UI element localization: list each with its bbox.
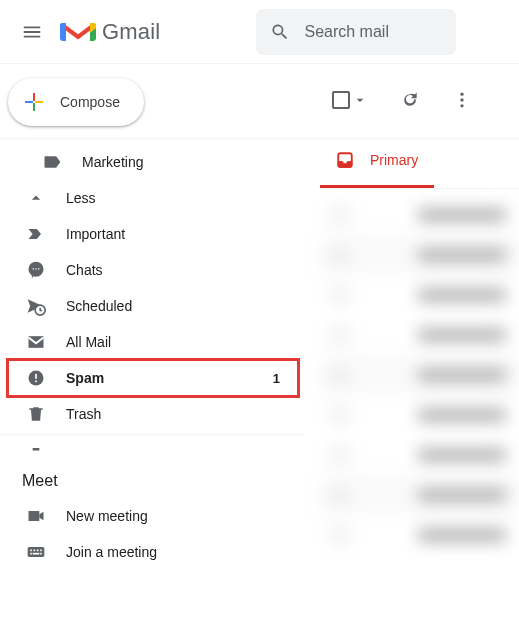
inbox-icon [336,151,354,169]
tab-primary[interactable]: Primary [320,134,434,188]
sidebar: Marketing Less Important Chats Scheduled… [0,144,304,570]
svg-rect-4 [35,381,37,383]
svg-rect-10 [40,550,42,552]
main-pane: Primary [320,76,519,555]
svg-rect-6 [28,547,45,557]
sidebar-item-spam[interactable]: Spam 1 [0,360,304,396]
scheduled-icon [26,296,46,316]
sidebar-item-label: Marketing [82,154,292,170]
sidebar-item-allmail[interactable]: All Mail [0,324,304,360]
sidebar-item-label: Scheduled [66,298,292,314]
sidebar-item-label: Trash [66,406,292,422]
video-icon [26,506,46,526]
svg-rect-9 [37,550,39,552]
menu-icon[interactable] [8,8,56,56]
svg-rect-13 [40,553,42,555]
compose-label: Compose [60,94,120,110]
important-icon [26,224,46,244]
sidebar-item-marketing[interactable]: Marketing [0,144,304,180]
trash-icon [26,404,46,424]
spam-icon [26,368,46,388]
search-box[interactable]: Search mail [256,9,456,55]
chevron-up-icon [26,188,46,208]
svg-rect-11 [30,553,32,555]
svg-rect-7 [30,550,32,552]
plus-icon [22,90,46,114]
sidebar-item-scheduled[interactable]: Scheduled [0,288,304,324]
compose-button[interactable]: Compose [8,78,144,126]
chevron-down-icon [352,92,368,108]
label-icon [42,152,62,172]
toolbar [320,76,519,124]
sidebar-item-label: Spam [66,370,273,386]
more-icon[interactable] [452,90,472,110]
tabs: Primary [320,134,519,189]
sidebar-item-truncated [0,434,304,458]
refresh-icon[interactable] [400,90,420,110]
svg-rect-12 [33,553,40,555]
search-placeholder: Search mail [304,23,388,41]
svg-point-14 [460,93,463,96]
sidebar-item-label: Important [66,226,292,242]
gmail-logo[interactable]: Gmail [60,18,160,46]
sidebar-item-label: Chats [66,262,292,278]
tab-label: Primary [370,152,418,168]
sidebar-item-trash[interactable]: Trash [0,396,304,432]
keyboard-icon [26,542,46,562]
sidebar-item-chats[interactable]: Chats [0,252,304,288]
svg-rect-3 [35,374,37,379]
select-all-checkbox[interactable] [332,91,368,109]
svg-point-16 [460,104,463,107]
svg-rect-8 [34,550,36,552]
svg-rect-5 [33,448,40,451]
mail-list-blurred [320,189,519,555]
header: Gmail Search mail [0,0,519,64]
meet-join-meeting[interactable]: Join a meeting [0,534,304,570]
sidebar-item-less[interactable]: Less [0,180,304,216]
meet-item-label: Join a meeting [66,544,292,560]
sidebar-item-label: All Mail [66,334,292,350]
svg-point-15 [460,98,463,101]
sidebar-item-count: 1 [273,371,292,386]
logo-text: Gmail [102,19,160,45]
meet-item-label: New meeting [66,508,292,524]
sidebar-item-label: Less [66,190,292,206]
search-icon [270,22,290,42]
meet-new-meeting[interactable]: New meeting [0,498,304,534]
sidebar-item-important[interactable]: Important [0,216,304,252]
allmail-icon [26,332,46,352]
meet-section-title: Meet [0,458,304,498]
chat-icon [26,260,46,280]
